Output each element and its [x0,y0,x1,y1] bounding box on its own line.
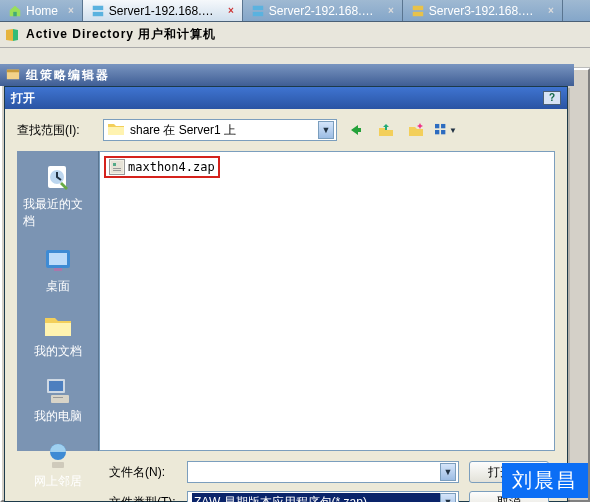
filename-input[interactable] [192,465,440,479]
ad-window-title: Active Directory 用户和计算机 [26,26,216,43]
svg-rect-20 [51,395,69,403]
places-bar: 我最近的文档 桌面 我的文档 我的电脑 [17,151,99,451]
close-icon[interactable]: × [388,5,394,16]
browser-tabs: Home × Server1-192.168.2.2 × Server2-192… [0,0,590,22]
lookin-label: 查找范围(I): [17,122,95,139]
file-name: maxthon4.zap [128,160,215,174]
dropdown-arrow-icon[interactable]: ▼ [318,121,334,139]
gp-editor-icon [6,67,20,84]
server-icon [411,4,425,18]
dropdown-arrow-icon[interactable]: ▼ [440,493,456,502]
open-dialog: 打开 ? 查找范围(I): share 在 Server1 上 ▼ [4,86,568,502]
svg-rect-23 [52,462,64,468]
svg-rect-9 [435,124,439,128]
close-icon[interactable]: × [68,5,74,16]
server-icon [251,4,265,18]
places-mycomputer[interactable]: 我的电脑 [22,367,94,430]
filetype-combobox[interactable]: ZAW 早期版本应用程序包(*.zap) ▼ [187,491,459,502]
tab-label: Server2-192.168.2.1 [269,4,378,18]
svg-rect-6 [413,11,423,15]
folder-icon [108,122,124,139]
setup-file-icon [109,159,125,175]
filename-label: 文件名(N): [109,464,177,481]
places-label: 我最近的文档 [23,196,93,230]
home-icon [8,4,22,18]
close-icon[interactable]: × [548,5,554,16]
places-label: 桌面 [46,278,70,295]
svg-rect-27 [113,170,121,171]
close-icon[interactable]: × [228,5,234,16]
places-label: 我的电脑 [34,408,82,425]
back-button[interactable] [345,119,367,141]
view-menu-button[interactable]: ▼ [435,119,457,141]
tab-label: Server3-192.168.2.3 [429,4,538,18]
file-item-maxthon4[interactable]: maxthon4.zap [104,156,220,178]
server-icon [91,4,105,18]
svg-rect-10 [441,124,445,128]
tab-label: Server1-192.168.2.2 [109,4,218,18]
svg-rect-2 [93,11,103,15]
svg-rect-26 [113,168,121,169]
gp-window-title: 组策略编辑器 [26,67,110,84]
svg-rect-17 [54,268,62,271]
svg-rect-5 [413,5,423,9]
places-label: 我的文档 [34,343,82,360]
gp-editor-window: 组策略编辑器 打开 ? 查找范围(I): share 在 Server1 上 ▼ [0,64,574,86]
svg-rect-21 [53,397,63,398]
places-mydocs[interactable]: 我的文档 [22,302,94,365]
chevron-down-icon: ▼ [449,126,457,135]
dialog-title: 打开 [11,90,35,107]
svg-rect-19 [49,381,63,391]
ad-window-header: Active Directory 用户和计算机 [0,22,590,48]
svg-rect-8 [7,69,19,72]
places-desktop[interactable]: 桌面 [22,237,94,300]
help-button[interactable]: ? [543,91,561,105]
svg-rect-12 [441,130,445,134]
gp-title-bar: 组策略编辑器 [0,64,574,86]
tab-server1[interactable]: Server1-192.168.2.2 × [83,0,243,21]
tab-label: Home [26,4,58,18]
places-network[interactable]: 网上邻居 [22,432,94,495]
svg-rect-0 [13,11,17,15]
svg-rect-4 [253,11,263,15]
svg-rect-16 [49,253,67,265]
dialog-title-bar[interactable]: 打开 ? [5,87,567,109]
up-one-level-button[interactable] [375,119,397,141]
tab-server2[interactable]: Server2-192.168.2.1 × [243,0,403,21]
svg-rect-11 [435,130,439,134]
svg-rect-25 [113,163,116,166]
svg-rect-1 [93,5,103,9]
svg-rect-24 [111,161,123,173]
lookin-combobox[interactable]: share 在 Server1 上 ▼ [103,119,337,141]
filetype-label: 文件类型(T): [109,494,177,503]
places-label: 网上邻居 [34,473,82,490]
author-watermark: 刘晨昌 [502,463,588,498]
filename-combobox[interactable]: ▼ [187,461,459,483]
filetype-value: ZAW 早期版本应用程序包(*.zap) [192,493,440,503]
ad-icon [4,27,20,43]
file-list[interactable]: maxthon4.zap [99,151,555,451]
tab-server3[interactable]: Server3-192.168.2.3 × [403,0,563,21]
lookin-value: share 在 Server1 上 [130,122,236,139]
places-recent[interactable]: 我最近的文档 [22,155,94,235]
dropdown-arrow-icon[interactable]: ▼ [440,463,456,481]
tab-home[interactable]: Home × [0,0,83,21]
new-folder-button[interactable] [405,119,427,141]
svg-rect-3 [253,5,263,9]
